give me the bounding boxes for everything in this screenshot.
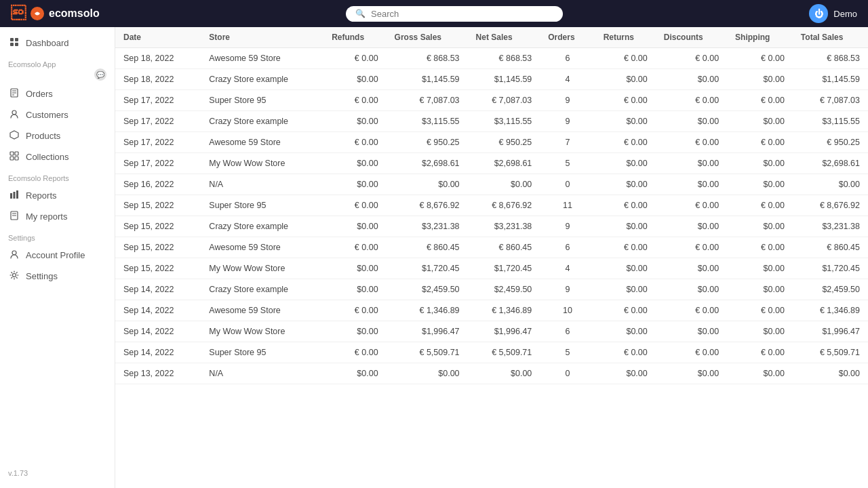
cell-net-sales: € 868.53	[468, 48, 540, 69]
cell-store: Super Store 95	[201, 90, 323, 111]
cell-gross-sales: € 868.53	[387, 48, 468, 69]
topbar:  ecomsolo 🔍 ⏻ Demo	[0, 0, 868, 27]
cell-discounts: $0.00	[656, 111, 727, 132]
cell-discounts: $0.00	[656, 279, 727, 300]
logo[interactable]:  ecomsolo	[11, 5, 100, 22]
sidebar-orders-label: Orders	[26, 89, 53, 99]
cell-store: Awesome 59 Store	[201, 48, 323, 69]
cell-shipping: $0.00	[727, 216, 793, 237]
cell-shipping: € 0.00	[727, 342, 793, 363]
svg-rect-2	[15, 38, 18, 41]
dashboard-icon	[8, 37, 20, 49]
cell-gross-sales: $0.00	[387, 174, 468, 195]
sidebar-item-orders[interactable]: Orders	[0, 83, 115, 104]
cell-total-sales: € 8,676.92	[793, 195, 868, 216]
cell-gross-sales: $1,145.59	[387, 69, 468, 90]
table-row: Sep 14, 2022 Awesome 59 Store € 0.00 € 1…	[115, 300, 868, 321]
sidebar-account-profile-label: Account Profile	[26, 250, 85, 260]
cell-total-sales: € 7,087.03	[793, 90, 868, 111]
cell-store: Awesome 59 Store	[201, 300, 323, 321]
sidebar-products-label: Products	[26, 131, 60, 141]
cell-orders: 9	[540, 90, 595, 111]
table-header-row: Date Store Refunds Gross Sales Net Sales…	[115, 27, 868, 48]
svg-rect-1	[10, 38, 14, 41]
sidebar-settings-label: Settings	[26, 271, 58, 281]
sidebar-section-app: Ecomsolo App 💬	[0, 54, 115, 83]
sidebar-item-my-reports[interactable]: My reports	[0, 206, 115, 227]
cell-discounts: € 0.00	[656, 90, 727, 111]
cell-shipping: $0.00	[727, 321, 793, 342]
search-input[interactable]	[371, 9, 553, 19]
table-row: Sep 14, 2022 Super Store 95 € 0.00 € 5,5…	[115, 342, 868, 363]
cell-discounts: € 0.00	[656, 132, 727, 153]
my-reports-icon	[8, 211, 20, 222]
cell-date: Sep 15, 2022	[115, 258, 201, 279]
sidebar-item-account-profile[interactable]: Account Profile	[0, 245, 115, 266]
cell-store: Crazy Store example	[201, 279, 323, 300]
cell-discounts: € 0.00	[656, 342, 727, 363]
cell-orders: 10	[540, 300, 595, 321]
sidebar-item-collections[interactable]: Collections	[0, 146, 115, 167]
demo-label: Demo	[833, 9, 857, 19]
sidebar-item-dashboard[interactable]: Dashboard	[0, 33, 115, 54]
svg-rect-3	[10, 43, 14, 46]
cell-discounts: € 0.00	[656, 300, 727, 321]
cell-store: Awesome 59 Store	[201, 237, 323, 258]
cell-gross-sales: $2,459.50	[387, 279, 468, 300]
cell-shipping: $0.00	[727, 258, 793, 279]
cell-refunds: $0.00	[323, 69, 386, 90]
sidebar-reports-label: Reports	[26, 190, 57, 201]
table-body: Sep 18, 2022 Awesome 59 Store € 0.00 € 8…	[115, 48, 868, 384]
cell-gross-sales: € 950.25	[387, 132, 468, 153]
cell-net-sales: € 5,509.71	[468, 342, 540, 363]
svg-rect-10	[10, 152, 14, 155]
cell-returns: $0.00	[595, 174, 656, 195]
svg-rect-12	[10, 157, 14, 160]
cell-shipping: $0.00	[727, 69, 793, 90]
cell-gross-sales: $1,996.47	[387, 321, 468, 342]
sidebar-footer: v.1.73	[0, 464, 115, 483]
cell-net-sales: $1,145.59	[468, 69, 540, 90]
sidebar-my-reports-label: My reports	[26, 211, 67, 222]
cell-gross-sales: € 860.45	[387, 237, 468, 258]
sidebar-item-products[interactable]: Products	[0, 125, 115, 146]
sidebar-customers-label: Customers	[26, 110, 68, 120]
svg-point-20	[12, 251, 16, 255]
col-header-date: Date	[115, 27, 201, 48]
svg-rect-16	[16, 190, 18, 199]
cell-gross-sales: $0.00	[387, 363, 468, 384]
sidebar-section-settings: Settings	[0, 227, 115, 245]
cell-refunds: € 0.00	[323, 132, 386, 153]
customers-icon	[8, 109, 20, 121]
cell-date: Sep 15, 2022	[115, 195, 201, 216]
search-icon: 🔍	[355, 9, 366, 18]
cell-net-sales: $0.00	[468, 174, 540, 195]
cell-net-sales: $1,996.47	[468, 321, 540, 342]
logo-svg-icon	[30, 6, 45, 21]
cell-refunds: € 0.00	[323, 48, 386, 69]
col-header-total-sales: Total Sales	[793, 27, 868, 48]
cell-net-sales: € 8,676.92	[468, 195, 540, 216]
cell-orders: 6	[540, 48, 595, 69]
cell-orders: 6	[540, 321, 595, 342]
cell-discounts: $0.00	[656, 174, 727, 195]
cell-shipping: € 0.00	[727, 48, 793, 69]
cell-returns: $0.00	[595, 321, 656, 342]
cell-store: My Wow Wow Store	[201, 321, 323, 342]
cell-refunds: $0.00	[323, 174, 386, 195]
cell-date: Sep 16, 2022	[115, 174, 201, 195]
cell-returns: € 0.00	[595, 300, 656, 321]
cell-gross-sales: € 8,676.92	[387, 195, 468, 216]
cell-orders: 9	[540, 216, 595, 237]
cell-net-sales: $1,720.45	[468, 258, 540, 279]
cell-discounts: $0.00	[656, 69, 727, 90]
cell-gross-sales: $2,698.61	[387, 153, 468, 174]
cell-shipping: € 0.00	[727, 132, 793, 153]
sidebar-item-customers[interactable]: Customers	[0, 104, 115, 125]
cell-total-sales: $0.00	[793, 174, 868, 195]
sidebar-item-settings[interactable]: Settings	[0, 266, 115, 287]
cell-refunds: € 0.00	[323, 237, 386, 258]
search-bar[interactable]: 🔍	[346, 6, 563, 22]
sidebar-item-reports[interactable]: Reports	[0, 185, 115, 206]
cell-refunds: $0.00	[323, 153, 386, 174]
